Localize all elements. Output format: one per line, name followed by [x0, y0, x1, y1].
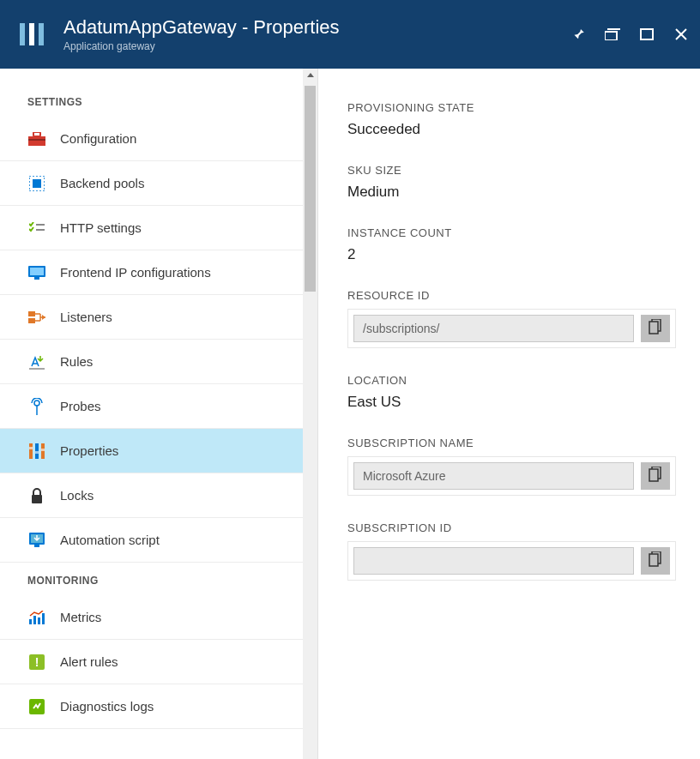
svg-rect-3: [605, 32, 617, 40]
field-label: SKU SIZE: [347, 164, 676, 177]
svg-rect-18: [28, 311, 35, 316]
svg-rect-5: [641, 29, 653, 39]
resource-id-input[interactable]: /subscriptions/: [353, 315, 634, 342]
sidebar-item-rules[interactable]: Rules: [0, 340, 317, 384]
svg-rect-16: [30, 268, 44, 275]
columns-icon[interactable]: [604, 26, 621, 43]
svg-rect-10: [28, 139, 45, 141]
copy-icon: [649, 551, 662, 570]
sidebar-item-probes[interactable]: Probes: [0, 384, 317, 429]
svg-rect-17: [34, 277, 39, 280]
sidebar-item-label: Properties: [60, 443, 118, 458]
sidebar-item-label: Locks: [60, 488, 94, 503]
sidebar-item-metrics[interactable]: Metrics: [0, 595, 317, 640]
sidebar-item-locks[interactable]: Locks: [0, 473, 317, 518]
svg-rect-8: [28, 136, 45, 146]
scroll-up-icon[interactable]: [303, 70, 317, 81]
sidebar-item-diagnostics-logs[interactable]: Diagnostics logs: [0, 684, 317, 729]
svg-rect-1: [29, 23, 34, 45]
checklist-icon: [27, 219, 46, 238]
field-provisioning-state: PROVISIONING STATE Succeeded: [347, 101, 676, 138]
sidebar-item-configuration[interactable]: Configuration: [0, 117, 317, 161]
probe-icon: [27, 397, 46, 416]
svg-marker-41: [307, 73, 314, 77]
copy-icon: [649, 467, 662, 485]
copy-button[interactable]: [641, 315, 670, 342]
header-actions: [570, 26, 690, 43]
field-label: SUBSCRIPTION NAME: [347, 437, 676, 449]
field-location: LOCATION East US: [347, 374, 676, 411]
listeners-icon: [27, 308, 46, 327]
svg-rect-36: [38, 617, 40, 624]
sidebar-item-http-settings[interactable]: HTTP settings: [0, 206, 317, 250]
copy-button[interactable]: [641, 547, 670, 575]
field-subscription-name: SUBSCRIPTION NAME Microsoft Azure: [347, 437, 676, 496]
sidebar-item-automation-script[interactable]: Automation script: [0, 518, 317, 563]
copy-icon: [649, 319, 662, 338]
sidebar-item-label: Listeners: [60, 310, 112, 324]
settings-sidebar: SETTINGS Configuration Backend pools HTT…: [0, 69, 318, 759]
diagnostics-icon: [27, 697, 46, 716]
svg-rect-2: [39, 23, 44, 45]
field-value: Succeeded: [347, 121, 676, 138]
maximize-icon[interactable]: [638, 26, 655, 43]
svg-rect-35: [33, 616, 36, 624]
alert-icon: !: [27, 653, 46, 672]
copy-button[interactable]: [641, 462, 670, 490]
properties-icon: [27, 442, 46, 461]
sidebar-item-backend-pools[interactable]: Backend pools: [0, 161, 317, 206]
svg-rect-19: [28, 318, 35, 323]
section-label-settings: SETTINGS: [0, 84, 317, 117]
svg-rect-27: [29, 447, 33, 449]
monitor-icon: [27, 263, 46, 282]
blade-subtitle: Application gateway: [63, 40, 570, 52]
sidebar-item-label: HTTP settings: [60, 220, 142, 235]
sidebar-item-properties[interactable]: Properties: [0, 429, 317, 473]
field-resource-id: RESOURCE ID /subscriptions/: [347, 289, 676, 348]
svg-rect-0: [20, 23, 25, 45]
svg-rect-29: [41, 449, 45, 451]
svg-rect-34: [29, 619, 32, 624]
sidebar-item-label: Configuration: [60, 131, 136, 146]
svg-rect-24: [29, 443, 33, 459]
svg-text:!: !: [35, 655, 39, 669]
blade-title: AdatumAppGateway - Properties: [63, 16, 570, 39]
subscription-id-input[interactable]: [353, 547, 634, 575]
sidebar-item-label: Rules: [60, 354, 93, 369]
field-instance-count: INSTANCE COUNT 2: [347, 226, 676, 263]
field-label: SUBSCRIPTION ID: [347, 521, 676, 534]
pin-icon[interactable]: [570, 26, 587, 43]
download-icon: [27, 531, 46, 550]
sidebar-item-frontend-ip[interactable]: Frontend IP configurations: [0, 250, 317, 295]
blade-header: AdatumAppGateway - Properties Applicatio…: [0, 0, 700, 69]
toolbox-icon: [27, 130, 46, 148]
sidebar-item-listeners[interactable]: Listeners: [0, 295, 317, 340]
svg-marker-20: [42, 315, 45, 320]
sidebar-item-alert-rules[interactable]: ! Alert rules: [0, 640, 317, 684]
field-subscription-id: SUBSCRIPTION ID: [347, 521, 676, 581]
svg-rect-9: [33, 132, 40, 136]
rules-icon: [27, 352, 46, 371]
properties-pane: PROVISIONING STATE Succeeded SKU SIZE Me…: [318, 69, 700, 759]
svg-rect-30: [32, 495, 42, 503]
section-label-monitoring: MONITORING: [0, 563, 317, 595]
sidebar-scrollbar[interactable]: [303, 69, 317, 759]
close-icon[interactable]: [673, 26, 690, 43]
sidebar-item-label: Frontend IP configurations: [60, 265, 211, 280]
sidebar-item-label: Alert rules: [60, 654, 118, 669]
field-label: PROVISIONING STATE: [347, 101, 676, 114]
metrics-icon: [27, 608, 46, 627]
svg-rect-45: [649, 469, 658, 481]
field-label: INSTANCE COUNT: [347, 226, 676, 239]
svg-rect-28: [35, 451, 39, 454]
svg-rect-33: [34, 545, 39, 547]
field-sku-size: SKU SIZE Medium: [347, 164, 676, 201]
svg-rect-4: [607, 28, 620, 30]
scrollbar-thumb[interactable]: [305, 86, 316, 292]
svg-rect-12: [33, 179, 41, 188]
sidebar-item-label: Metrics: [60, 610, 101, 624]
sidebar-item-label: Diagnostics logs: [60, 699, 154, 714]
pool-icon: [27, 174, 46, 193]
subscription-name-input[interactable]: Microsoft Azure: [353, 462, 634, 490]
lock-icon: [27, 486, 46, 505]
